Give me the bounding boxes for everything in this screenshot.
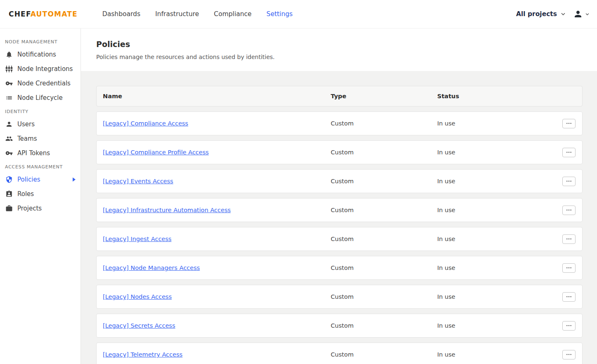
sidebar-item-api-tokens[interactable]: API Tokens xyxy=(0,146,81,160)
topnav-right: All projects xyxy=(516,9,590,19)
more-options-icon xyxy=(566,178,572,184)
projects-dropdown[interactable]: All projects xyxy=(516,10,567,18)
policy-status: In use xyxy=(437,236,556,242)
sidebar-item-label: Node Integrations xyxy=(17,65,73,73)
policy-type: Custom xyxy=(331,293,437,300)
briefcase-icon xyxy=(5,204,13,212)
row-more-button[interactable] xyxy=(562,321,576,331)
column-header-name: Name xyxy=(103,93,331,99)
sidebar-item-label: Policies xyxy=(17,176,40,183)
policy-link[interactable]: [Legacy] Infrastructure Automation Acces… xyxy=(103,207,231,213)
policy-status: In use xyxy=(437,120,556,127)
policy-link[interactable]: [Legacy] Nodes Access xyxy=(103,293,172,300)
policy-link[interactable]: [Legacy] Telemetry Access xyxy=(103,351,182,358)
sidebar-item-label: Node Credentials xyxy=(17,80,71,87)
row-more-button[interactable] xyxy=(562,177,576,186)
policy-type: Custom xyxy=(331,207,437,213)
policy-link[interactable]: [Legacy] Compliance Access xyxy=(103,120,188,127)
row-more-button[interactable] xyxy=(562,148,576,157)
user-menu[interactable] xyxy=(573,9,590,19)
sidebar-item-teams[interactable]: Teams xyxy=(0,131,81,146)
more-options-icon xyxy=(566,293,572,300)
table-header-row: Name Type Status xyxy=(96,86,583,106)
nav-item-dashboards[interactable]: Dashboards xyxy=(102,10,140,18)
sidebar-item-label: Node Lifecycle xyxy=(17,94,63,102)
row-more-button[interactable] xyxy=(562,350,576,359)
sidebar-section-title: IDENTITY xyxy=(0,105,81,117)
policy-status: In use xyxy=(437,265,556,271)
more-options-icon xyxy=(566,351,572,358)
sidebar-item-node-credentials[interactable]: Node Credentials xyxy=(0,76,81,90)
chevron-down-icon xyxy=(559,10,567,18)
token-key-icon xyxy=(5,149,13,157)
sidebar-item-roles[interactable]: Roles xyxy=(0,187,81,201)
policy-type: Custom xyxy=(331,149,437,156)
row-more-button[interactable] xyxy=(562,119,576,128)
shield-icon xyxy=(5,175,13,183)
sidebar-section-title: NODE MANAGEMENT xyxy=(0,35,81,47)
avatar-icon xyxy=(573,9,583,19)
policy-status: In use xyxy=(437,293,556,300)
table-row: [Legacy] Telemetry Access Custom In use xyxy=(96,343,583,364)
sidebar-item-projects[interactable]: Projects xyxy=(0,201,81,215)
sidebar-item-label: Projects xyxy=(17,205,42,212)
sidebar-section: IDENTITY Users Teams API Tokens xyxy=(0,105,81,160)
main-nav: DashboardsInfrastructureComplianceSettin… xyxy=(102,10,293,18)
policy-type: Custom xyxy=(331,351,437,358)
integrations-icon xyxy=(5,65,13,73)
policy-status: In use xyxy=(437,351,556,358)
nav-item-infrastructure[interactable]: Infrastructure xyxy=(155,10,199,18)
policy-link[interactable]: [Legacy] Node Managers Access xyxy=(103,265,200,271)
projects-dropdown-label: All projects xyxy=(516,10,557,18)
sidebar-section-title: ACCESS MANAGEMENT xyxy=(0,160,81,172)
policies-table: Name Type Status [Legacy] Compliance Acc… xyxy=(81,71,597,364)
badge-icon xyxy=(5,190,13,198)
sidebar-item-label: Users xyxy=(17,121,35,128)
sidebar-item-users[interactable]: Users xyxy=(0,117,81,131)
column-header-status: Status xyxy=(437,93,556,99)
policy-link[interactable]: [Legacy] Ingest Access xyxy=(103,236,171,242)
policy-type: Custom xyxy=(331,236,437,242)
row-more-button[interactable] xyxy=(562,292,576,302)
more-options-icon xyxy=(566,120,572,127)
sidebar-item-label: Roles xyxy=(17,190,34,198)
chevron-down-icon xyxy=(584,11,590,17)
more-options-icon xyxy=(566,149,572,156)
table-row: [Legacy] Ingest Access Custom In use xyxy=(96,227,583,251)
policy-link[interactable]: [Legacy] Events Access xyxy=(103,178,173,184)
people-icon xyxy=(5,135,13,142)
row-more-button[interactable] xyxy=(562,263,576,273)
chef-automate-logo[interactable]: CHEFAUTOMATE xyxy=(9,10,78,18)
policy-type: Custom xyxy=(331,120,437,127)
nav-item-compliance[interactable]: Compliance xyxy=(214,10,251,18)
sidebar-section: ACCESS MANAGEMENT Policies Roles Project… xyxy=(0,160,81,215)
sidebar-item-node-lifecycle[interactable]: Node Lifecycle xyxy=(0,90,81,105)
sidebar-item-node-integrations[interactable]: Node Integrations xyxy=(0,61,81,76)
table-row: [Legacy] Compliance Access Custom In use xyxy=(96,111,583,135)
top-navbar: CHEFAUTOMATE DashboardsInfrastructureCom… xyxy=(0,0,597,28)
nav-item-settings[interactable]: Settings xyxy=(266,10,293,18)
policy-link[interactable]: [Legacy] Compliance Profile Access xyxy=(103,149,209,156)
main-content: Policies Policies manage the resources a… xyxy=(81,28,597,364)
sidebar-item-label: Notifications xyxy=(17,51,56,58)
more-options-icon xyxy=(566,207,572,213)
brand-automate: AUTOMATE xyxy=(31,10,78,18)
row-more-button[interactable] xyxy=(562,206,576,215)
sidebar-item-policies[interactable]: Policies xyxy=(0,172,81,187)
policy-status: In use xyxy=(437,207,556,213)
table-row: [Legacy] Node Managers Access Custom In … xyxy=(96,256,583,280)
policy-type: Custom xyxy=(331,322,437,329)
page-header: Policies Policies manage the resources a… xyxy=(81,28,597,71)
sidebar-item-label: API Tokens xyxy=(17,149,50,157)
sidebar-section: NODE MANAGEMENT Notifications Node Integ… xyxy=(0,35,81,105)
policy-status: In use xyxy=(437,149,556,156)
more-options-icon xyxy=(566,236,572,242)
list-icon xyxy=(5,94,13,102)
policy-link[interactable]: [Legacy] Secrets Access xyxy=(103,322,175,329)
more-options-icon xyxy=(566,265,572,271)
policy-status: In use xyxy=(437,322,556,329)
key-icon xyxy=(5,79,13,87)
bell-icon xyxy=(5,50,13,58)
row-more-button[interactable] xyxy=(562,234,576,244)
sidebar-item-notifications[interactable]: Notifications xyxy=(0,47,81,61)
